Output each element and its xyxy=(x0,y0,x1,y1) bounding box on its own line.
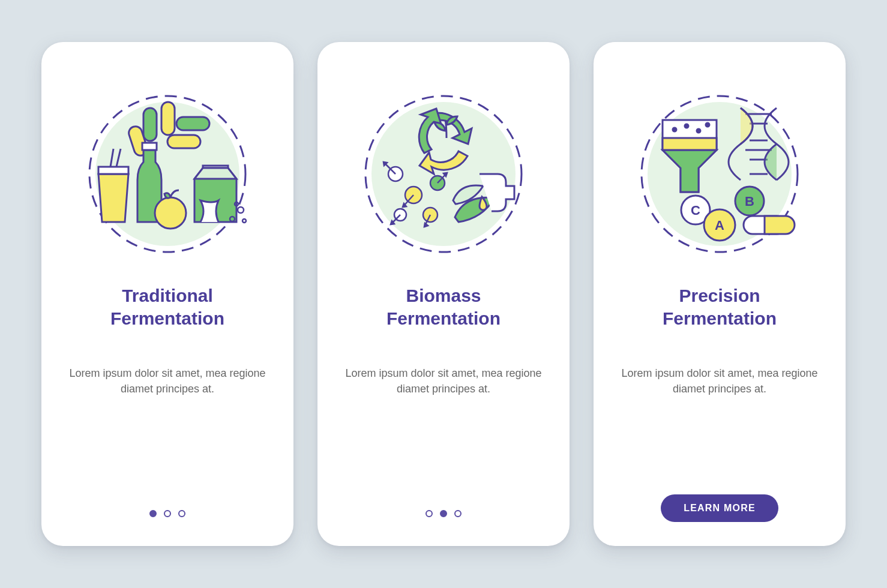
svg-point-12 xyxy=(238,207,244,213)
svg-point-11 xyxy=(155,197,186,229)
svg-point-38 xyxy=(697,129,700,133)
screen-body: Lorem ipsum dolor sit amet, mea regione … xyxy=(621,365,819,397)
svg-point-36 xyxy=(673,128,676,131)
page-dot-2[interactable] xyxy=(440,510,447,517)
svg-point-14 xyxy=(242,219,246,223)
biomass-fermentation-icon xyxy=(353,84,534,264)
learn-more-button[interactable]: LEARN MORE xyxy=(661,494,778,522)
onboarding-screen-1: Traditional Fermentation Lorem ipsum dol… xyxy=(41,42,293,546)
svg-rect-35 xyxy=(663,138,717,150)
svg-rect-10 xyxy=(142,143,157,150)
precision-fermentation-icon: C A B xyxy=(630,84,810,264)
page-dot-1[interactable] xyxy=(149,510,157,517)
page-dot-1[interactable] xyxy=(425,510,433,517)
traditional-fermentation-icon xyxy=(77,84,257,264)
page-dot-3[interactable] xyxy=(178,510,185,517)
svg-point-37 xyxy=(685,124,688,128)
svg-text:B: B xyxy=(745,194,754,209)
onboarding-screens: Traditional Fermentation Lorem ipsum dol… xyxy=(41,42,846,546)
screen-title: Precision Fermentation xyxy=(663,284,777,329)
page-dot-3[interactable] xyxy=(454,510,462,517)
screen-title: Biomass Fermentation xyxy=(386,284,501,329)
onboarding-screen-3: C A B Precision Fermentation Lorem ipsum… xyxy=(594,42,846,546)
svg-text:A: A xyxy=(715,218,724,233)
screen-title: Traditional Fermentation xyxy=(110,284,224,329)
svg-point-39 xyxy=(706,123,709,127)
screen-body: Lorem ipsum dolor sit amet, mea regione … xyxy=(344,365,543,397)
svg-rect-6 xyxy=(167,135,200,148)
page-dot-2[interactable] xyxy=(164,510,171,517)
svg-rect-4 xyxy=(161,102,175,135)
screen-body: Lorem ipsum dolor sit amet, mea regione … xyxy=(68,365,266,397)
svg-text:C: C xyxy=(691,203,700,218)
pagination-dots xyxy=(425,510,462,517)
svg-rect-5 xyxy=(176,117,209,130)
onboarding-screen-2: Biomass Fermentation Lorem ipsum dolor s… xyxy=(317,42,570,546)
svg-rect-3 xyxy=(143,108,157,141)
pagination-dots xyxy=(149,510,185,517)
